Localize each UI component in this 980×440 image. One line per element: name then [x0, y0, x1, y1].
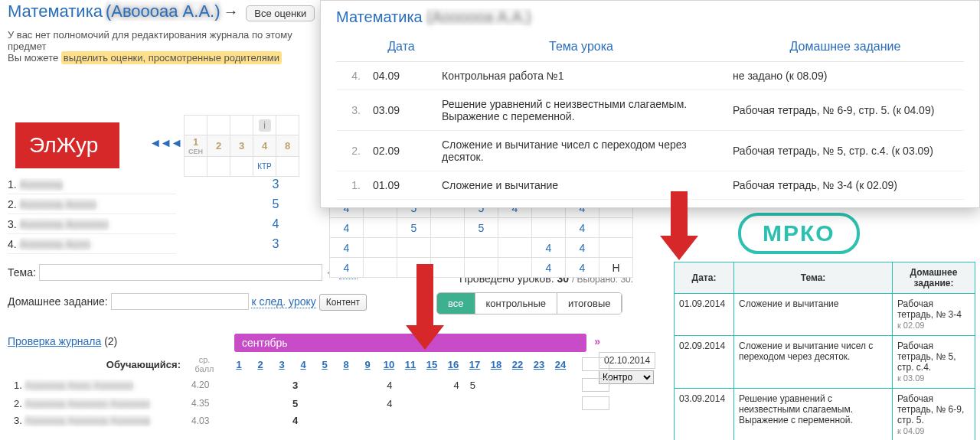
warning-prefix: Вы можете [8, 52, 61, 64]
month-next-icon[interactable]: » [594, 335, 600, 347]
tab-controls[interactable]: контрольные [475, 293, 557, 314]
filter-tabs: все контрольные итоговые [436, 292, 622, 315]
warning-highlight[interactable]: выделить оценки, просмотренные родителям… [61, 51, 282, 64]
arrow-down-icon [406, 264, 444, 356]
student-row: 2. Аоооооа Аоооо [8, 194, 176, 214]
hw-input[interactable] [111, 293, 249, 310]
day-col[interactable]: 2 [207, 135, 230, 157]
info-icon[interactable]: i [259, 119, 271, 132]
day-col[interactable]: 1СЕН [185, 135, 207, 157]
student-row: 4. Аоооооа Аооо [8, 234, 176, 254]
days-header-row: 1234589101115161718222324 [224, 354, 576, 375]
mrko-logo: МРКО [738, 213, 860, 254]
table-row: 1. Аоооооа Аооо Аоооооо 4.20 3445 [9, 376, 614, 393]
grade-input-box[interactable] [582, 378, 609, 392]
table-row: 01.09.2014Сложение и вычитаниеРабочая те… [675, 294, 975, 336]
subject-teacher: (Авоооаа А.А.) [106, 2, 220, 21]
warning-line: У вас нет полномочий для редактирования … [8, 29, 322, 52]
subject-title: Математика [8, 2, 103, 21]
popup-title: Математика (Аоооооа А.А.) [336, 8, 964, 26]
grade-input-box[interactable] [582, 357, 609, 371]
table-row: 1.01.09Сложение и вычитаниеРабочая тетра… [336, 171, 964, 200]
srball-header: ср. балл [187, 354, 222, 375]
pager-prev-icon[interactable]: ◄◄◄ [149, 136, 181, 150]
table-row: 3.03.09Решение уравнений с неизвестными … [336, 90, 964, 131]
mrko-col-hw: Домашнее задание: [893, 262, 975, 294]
grade-cell[interactable]: 3 [264, 234, 287, 254]
col-topic: Тема урока [436, 32, 727, 62]
lessons-popup: Математика (Аоооооа А.А.) Дата Тема урок… [320, 0, 980, 208]
arrow-glyph: → [223, 3, 238, 20]
journal-check: Проверка журнала (2) [8, 335, 117, 347]
tab-final[interactable]: итоговые [557, 293, 622, 314]
journal-check-link[interactable]: Проверка журнала [8, 335, 101, 347]
topic-input[interactable] [39, 264, 322, 281]
students-list: 1. Аоооооа 2. Аоооооа Аоооо 3. Аоооооа А… [8, 174, 176, 254]
mrko-col-topic: Тема: [734, 262, 893, 294]
grade-cell[interactable]: 5 [264, 194, 287, 214]
table-row: 03.09.2014Решение уравнений с неизвестны… [675, 389, 975, 441]
grade-cell[interactable]: 4 [264, 214, 287, 234]
table-row: 2.02.09Сложение и вычитание чисел с пере… [336, 131, 964, 171]
elzur-logo: ЭлЖур [15, 122, 119, 168]
table-row: 2. Аоооооа Аоооооо Аоооооо 4.35 54 [9, 395, 614, 412]
arrow-down-icon [660, 191, 698, 268]
kontent-button[interactable]: Контент [319, 294, 367, 311]
permission-warning: У вас нет полномочий для редактирования … [8, 29, 322, 64]
date-header-grid: i 1СЕН 2 3 4 8 КТР [184, 115, 299, 177]
topic-label: Тема: [8, 266, 36, 279]
all-grades-button[interactable]: Все оценки [246, 5, 315, 21]
mrko-table: Дата: Тема: Домашнее задание: 01.09.2014… [674, 262, 975, 440]
col-date: Дата [367, 32, 436, 62]
next-lesson-link[interactable]: к след. уроку [251, 295, 315, 308]
student-col-header: Обучающийся: [9, 354, 185, 375]
left-header: Математика (Авоооаа А.А.) → Все оценки У… [8, 2, 322, 64]
table-row: 4.04.09Контрольная работа №1не задано (к… [336, 62, 964, 90]
student-row: 3. Аоооооа Аоооооо [8, 214, 176, 234]
lower-journal-table: Обучающийся: ср. балл 123458910111516171… [8, 352, 616, 429]
col-hw: Домашнее задание [727, 32, 964, 62]
ktp-label: КТР [253, 157, 276, 177]
hw-label: Домашнее задание: [8, 295, 108, 308]
grades-column: 3 5 4 3 [264, 174, 287, 254]
grade-input-box[interactable] [582, 396, 609, 410]
grade-cell[interactable]: 3 [264, 174, 287, 194]
lesson-form: Тема: ← КТП Домашнее задание: к след. ур… [8, 264, 367, 311]
mid-grade-grid: 45544 4554 444 444Н [329, 197, 633, 278]
student-row: 1. Аоооооа [8, 174, 176, 194]
table-row: 3. Аоооооа Аоооооа Аоооооа 4.03 4 [9, 413, 614, 428]
day-col[interactable]: 8 [276, 135, 299, 157]
table-row: 02.09.2014Сложение и вычитание чисел с п… [675, 336, 975, 389]
day-col[interactable]: 4 [253, 135, 276, 157]
day-col[interactable]: 3 [230, 135, 253, 157]
lessons-table: Дата Тема урока Домашнее задание 4.04.09… [336, 32, 964, 200]
